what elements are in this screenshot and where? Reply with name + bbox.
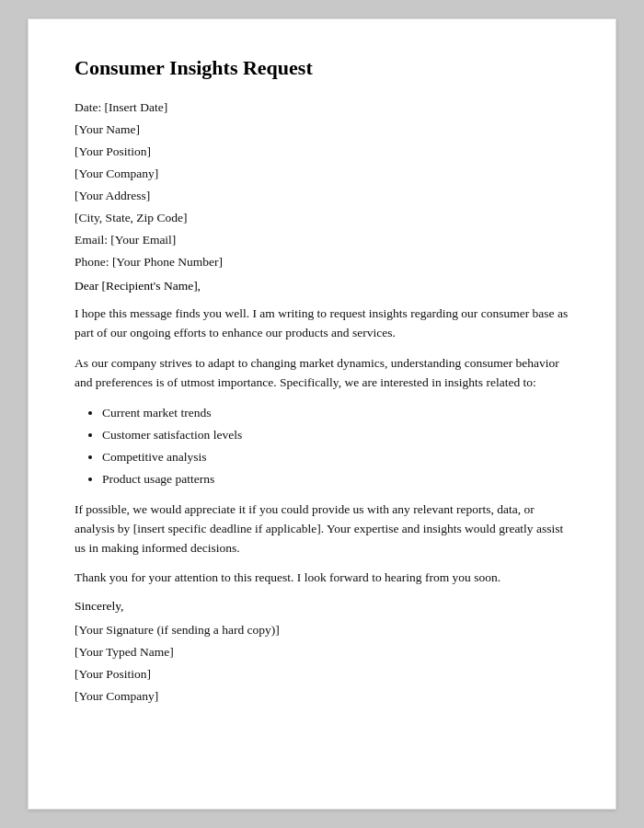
paragraph-1: I hope this message finds you well. I am…	[75, 305, 569, 343]
list-item: Product usage patterns	[102, 470, 569, 489]
closing-line: Sincerely,	[75, 599, 569, 614]
meta-email: Email: [Your Email]	[75, 233, 569, 247]
document-title: Consumer Insights Request	[75, 56, 569, 80]
signature-block: [Your Signature (if sending a hard copy)…	[75, 623, 569, 704]
list-item: Customer satisfaction levels	[102, 426, 569, 444]
sig-company-line: [Your Company]	[75, 689, 569, 704]
list-item: Current market trends	[102, 404, 569, 422]
meta-position: [Your Position]	[75, 144, 569, 159]
salutation: Dear [Recipient's Name],	[75, 279, 569, 293]
paragraph-2: As our company strives to adapt to chang…	[75, 354, 569, 393]
paragraph-3: If possible, we would appreciate it if y…	[75, 500, 569, 558]
insights-list: Current market trends Customer satisfact…	[102, 404, 569, 489]
meta-city: [City, State, Zip Code]	[75, 211, 569, 225]
meta-date: Date: [Insert Date]	[75, 100, 569, 115]
typed-name-line: [Your Typed Name]	[75, 645, 569, 660]
meta-address: [Your Address]	[75, 189, 569, 203]
paragraph-4: Thank you for your attention to this req…	[75, 569, 569, 588]
signature-line: [Your Signature (if sending a hard copy)…	[75, 623, 569, 638]
document-container: Consumer Insights Request Date: [Insert …	[28, 18, 616, 810]
meta-name: [Your Name]	[75, 122, 569, 137]
sig-position-line: [Your Position]	[75, 667, 569, 682]
meta-company: [Your Company]	[75, 167, 569, 181]
meta-phone: Phone: [Your Phone Number]	[75, 255, 569, 270]
list-item: Competitive analysis	[102, 448, 569, 466]
